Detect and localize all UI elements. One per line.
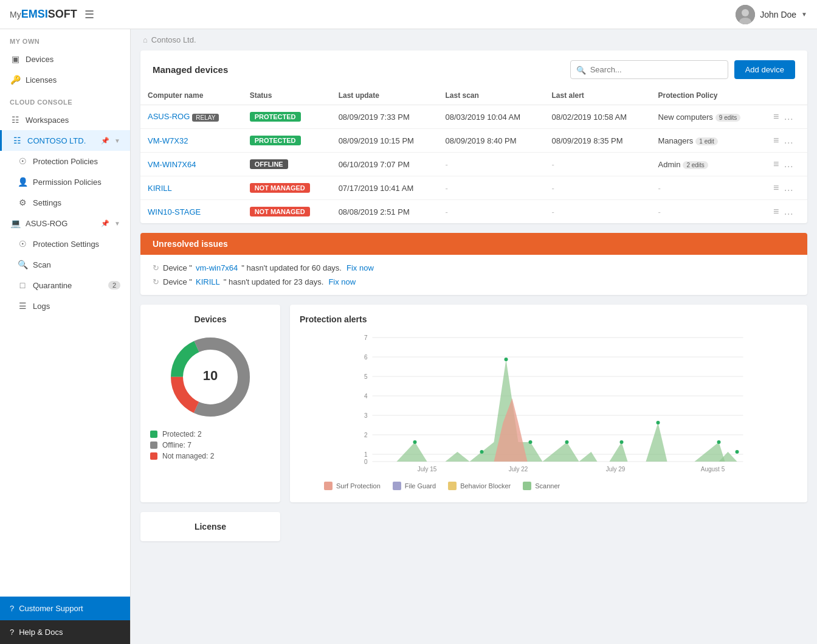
legend-label: Not managed: 2 [162,452,214,460]
fix-now-link[interactable]: Fix now [328,277,356,286]
gear-icon: ⚙ [17,198,28,207]
table-row: WIN10-STAGENOT MANAGED08/08/2019 2:51 PM… [140,200,807,224]
more-icon[interactable]: … [784,182,793,193]
relay-badge: RELAY [192,114,219,122]
svg-text:August 5: August 5 [701,466,725,473]
col-computer-name: Computer name [140,86,243,105]
scan-icon: 🔍 [17,260,28,269]
logs-icon: ☰ [17,301,28,311]
protection-alerts-title: Protection alerts [300,314,798,324]
building-icon: ☷ [12,136,22,145]
user-menu[interactable]: John Doe ▼ [736,5,807,24]
sidebar-item-protection-policies[interactable]: ☉ Protection Policies [7,151,130,171]
svg-text:6: 6 [364,354,368,361]
help-icon: ? [10,628,14,637]
more-icon[interactable]: … [784,135,793,146]
chart-legend-label: Surf Protection [336,482,381,490]
sidebar-item-workspaces[interactable]: ☷ Workspaces [0,109,130,130]
device-name-link[interactable]: VM-WIN7X64 [148,160,196,169]
row-actions-cell: ≡ … [766,105,807,129]
asus-pin-icon: 📌 [101,220,109,227]
more-icon[interactable]: … [784,206,793,217]
issue-device-link[interactable]: KIRILL [196,277,220,286]
status-badge: PROTECTED [250,136,301,145]
status-badge: NOT MANAGED [250,207,310,216]
svg-text:0: 0 [364,459,368,465]
customer-support-label: Customer Support [19,604,83,613]
sidebar-item-contoso[interactable]: ☷ CONTOSO LTD. 📌 ▼ [0,130,130,151]
issue-text-before: Device " [163,263,192,272]
asus-chevron-icon: ▼ [114,220,120,227]
sidebar-item-devices[interactable]: ▣ Devices [0,49,130,69]
device-name-link[interactable]: WIN10-STAGE [148,207,201,216]
last-update-cell: 08/09/2019 7:33 PM [331,105,438,129]
more-icon[interactable]: … [784,159,793,170]
list-icon[interactable]: ≡ [773,159,779,170]
device-status-cell: NOT MANAGED [243,200,331,224]
protection-icon: ☉ [17,239,28,249]
add-device-button[interactable]: Add device [734,60,795,79]
sidebar-item-logs[interactable]: ☰ Logs [7,296,130,316]
issue-device-link[interactable]: vm-win7x64 [196,263,238,272]
last-alert-cell: 08/09/2019 8:35 PM [545,129,651,153]
menu-icon[interactable]: ☰ [84,8,94,21]
search-input[interactable] [570,60,728,79]
laptop-icon: 💻 [10,218,21,228]
svg-marker-30 [646,423,667,462]
devices-table: Computer name Status Last update Last sc… [140,86,807,223]
device-name-link[interactable]: KIRILL [148,184,172,193]
donut-center-text: 10 [203,368,218,383]
col-last-alert: Last alert [545,86,651,105]
device-name-link[interactable]: VM-W7X32 [148,136,188,145]
legend-dot [150,452,157,460]
col-actions [766,86,807,105]
device-status-cell: PROTECTED [243,105,331,129]
edits-badge[interactable]: 9 edits [715,114,740,122]
sidebar-item-protection-settings[interactable]: ☉ Protection Settings [7,234,130,254]
device-name-link[interactable]: ASUS-ROG [148,112,190,121]
chart-legend-label: Behavior Blocker [460,482,511,490]
sidebar-item-settings[interactable]: ⚙ Settings [7,192,130,213]
issues-body: ↻ Device "vm-win7x64" hasn't updated for… [140,255,807,295]
more-icon[interactable]: … [784,111,793,122]
list-icon[interactable]: ≡ [773,111,779,122]
sidebar-item-permission-policies[interactable]: 👤 Permission Policies [7,171,130,192]
chart-legend-dot [448,482,457,490]
table-row: VM-WIN7X64OFFLINE06/10/2019 7:07 PM--Adm… [140,153,807,176]
chart-legend-label: Scanner [535,482,560,490]
sidebar-scan-label: Scan [33,260,51,269]
col-protection-policy: Protection Policy [651,86,766,105]
list-icon[interactable]: ≡ [773,182,779,193]
breadcrumb-label: Contoso Ltd. [151,35,196,44]
fix-now-link[interactable]: Fix now [346,263,374,272]
help-docs-item[interactable]: ? Help & Docs [0,620,130,644]
sidebar-item-asus-rog[interactable]: 💻 ASUS-ROG 📌 ▼ [0,213,130,234]
table-row: VM-W7X32PROTECTED08/09/2019 10:15 PM08/0… [140,129,807,153]
customer-support-item[interactable]: ? Customer Support [0,597,130,620]
col-last-update: Last update [331,86,438,105]
topbar-left: MyEMSISOFT ☰ [10,8,94,21]
svg-point-36 [529,440,533,444]
svg-point-40 [717,440,721,444]
license-row: License [140,512,807,541]
user-name-label: John Doe [760,10,796,19]
sidebar-logs-label: Logs [33,302,50,311]
last-update-cell: 08/08/2019 2:51 PM [331,200,438,224]
sidebar-item-quarantine[interactable]: □ Quarantine 2 [7,275,130,296]
list-icon[interactable]: ≡ [773,135,779,146]
home-icon: ⌂ [143,35,148,44]
list-icon[interactable]: ≡ [773,206,779,217]
col-status: Status [243,86,331,105]
edits-badge[interactable]: 2 edits [683,161,708,169]
svg-text:5: 5 [364,373,368,380]
row-actions: ≡ … [773,159,800,170]
sidebar-item-scan[interactable]: 🔍 Scan [7,254,130,275]
quarantine-icon: □ [17,280,28,290]
last-alert-cell: - [545,153,651,176]
sidebar-item-licenses[interactable]: 🔑 Licenses [0,69,130,90]
logo-emsi: EMSI [21,8,48,21]
edits-badge[interactable]: 1 edit [695,137,717,145]
sidebar-quarantine-label: Quarantine [33,281,72,290]
device-name-cell: KIRILL [140,176,243,200]
topbar: MyEMSISOFT ☰ John Doe ▼ [0,0,817,29]
